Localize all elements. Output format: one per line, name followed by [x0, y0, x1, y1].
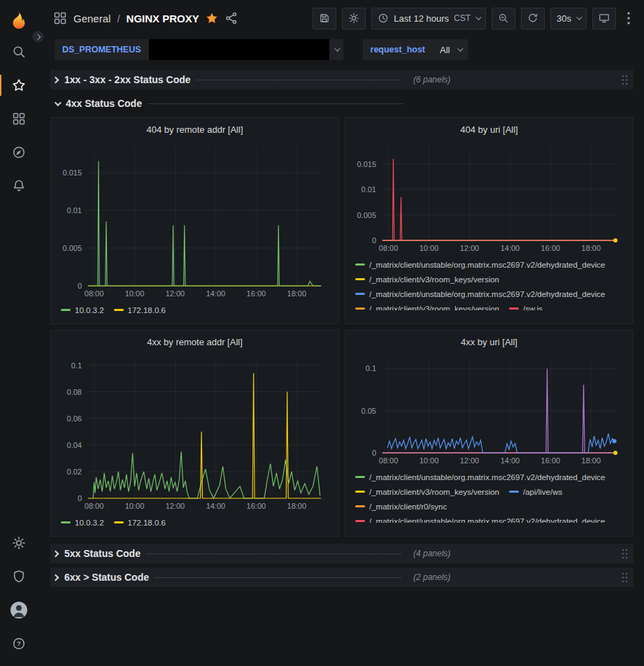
svg-text:14:00: 14:00	[206, 502, 226, 510]
sidebar-item-help[interactable]: ?	[0, 627, 38, 660]
breadcrumb-separator: /	[117, 13, 120, 24]
legend-item[interactable]: /_matrix/client/r0/sync	[355, 500, 447, 512]
time-range-picker[interactable]: Last 12 hours CST	[371, 8, 486, 29]
more-options-button[interactable]	[622, 8, 636, 29]
row-header-5xx[interactable]: 5xx Status Code (4 panels)	[50, 544, 634, 563]
dashboard-content: 1xx - 3xx - 2xx Status Code (6 panels) 4…	[38, 63, 644, 666]
panel-legend: 10.0.3.2172.18.0.6	[57, 304, 333, 316]
svg-text:0: 0	[372, 449, 376, 457]
dashboard-title[interactable]: NGINX PROXY	[127, 13, 199, 24]
row-drag-handle[interactable]	[622, 549, 628, 559]
legend-color-marker	[355, 307, 365, 310]
search-icon	[12, 45, 26, 59]
timeseries-chart-404-by-remote-addr[interactable]: 08:0010:0012:0014:0016:0018:0000.0050.01…	[57, 139, 333, 300]
timeseries-chart-404-by-uri[interactable]: 08:0010:0012:0014:0016:0018:0000.0050.01…	[351, 139, 627, 254]
sidebar-item-starred[interactable]	[0, 68, 38, 102]
svg-text:0.005: 0.005	[62, 244, 82, 252]
row-header-1xx-3xx-2xx[interactable]: 1xx - 3xx - 2xx Status Code (6 panels)	[50, 70, 634, 89]
svg-text:0.01: 0.01	[67, 206, 82, 215]
bell-icon	[12, 179, 26, 193]
legend-item[interactable]: /_matrix/client/v3/room_keys/version	[355, 303, 499, 310]
legend-color-marker	[509, 491, 519, 493]
chevron-down-icon	[334, 45, 340, 51]
dashboards-grid-icon	[12, 112, 26, 126]
variables-bar: DS_PROMETHEUS request_host All	[38, 36, 644, 63]
dashboard-settings-button[interactable]	[342, 8, 366, 29]
panel-title[interactable]: 404 by uri [All]	[351, 122, 627, 139]
legend-color-marker	[355, 263, 365, 266]
panel-title[interactable]: 404 by remote addr [All]	[57, 122, 333, 139]
legend-label: 172.18.0.6	[128, 306, 166, 314]
monitor-icon	[599, 13, 610, 24]
legend-color-marker	[355, 476, 365, 478]
svg-text:10:00: 10:00	[420, 244, 439, 252]
svg-text:0.06: 0.06	[67, 414, 82, 423]
svg-text:0: 0	[78, 494, 82, 502]
favorite-star-icon[interactable]	[206, 12, 218, 24]
zoom-out-time-button[interactable]	[492, 8, 515, 29]
time-range-label: Last 12 hours	[394, 13, 449, 24]
legend-item[interactable]: /api/live/ws	[509, 486, 562, 498]
kiosk-mode-button[interactable]	[592, 8, 616, 29]
panel-title[interactable]: 4xx by remote addr [All]	[57, 335, 333, 352]
timeseries-chart-4xx-by-uri[interactable]: 08:0010:0012:0014:0016:0018:0000.050.1	[351, 352, 627, 467]
datasource-select[interactable]	[149, 39, 343, 60]
grafana-logo-icon[interactable]	[6, 7, 32, 35]
request-host-select[interactable]: All	[433, 39, 468, 60]
legend-item[interactable]: 10.0.3.2	[61, 516, 104, 528]
svg-text:16:00: 16:00	[247, 289, 266, 298]
svg-text:12:00: 12:00	[460, 456, 480, 465]
sidebar-item-explore[interactable]	[0, 136, 38, 169]
breadcrumb-folder[interactable]: General	[73, 13, 110, 24]
refresh-button[interactable]	[521, 8, 545, 29]
legend-item[interactable]: /sw.js	[509, 303, 543, 310]
chevron-down-icon	[475, 14, 481, 20]
legend-color-marker	[114, 521, 124, 523]
svg-text:08:00: 08:00	[85, 502, 104, 510]
svg-text:14:00: 14:00	[206, 289, 226, 298]
variable-datasource: DS_PROMETHEUS	[55, 39, 343, 60]
legend-item[interactable]: /_matrix/client/unstable/org.matrix.msc2…	[355, 515, 606, 523]
sidebar-item-configuration[interactable]	[0, 526, 38, 560]
legend-item[interactable]: 172.18.0.6	[114, 516, 166, 528]
svg-text:18:00: 18:00	[582, 244, 601, 252]
sidebar-item-profile[interactable]	[0, 593, 38, 627]
sidebar-item-dashboards[interactable]	[0, 102, 38, 136]
chevron-down-icon	[576, 14, 582, 20]
save-dashboard-button[interactable]	[313, 8, 336, 29]
legend-item[interactable]: /_matrix/client/unstable/org.matrix.msc2…	[355, 471, 606, 483]
legend-item[interactable]: /_matrix/client/v3/room_keys/version	[355, 273, 499, 285]
clock-icon	[378, 13, 389, 24]
svg-text:0.015: 0.015	[62, 168, 82, 177]
row-drag-handle[interactable]	[622, 75, 628, 85]
legend-item[interactable]: /_matrix/client/unstable/org.matrix.msc2…	[355, 288, 606, 300]
legend-item[interactable]: 172.18.0.6	[114, 304, 166, 316]
panel-count: (6 panels)	[413, 75, 450, 85]
sidebar-item-server-admin[interactable]	[0, 560, 38, 593]
svg-text:18:00: 18:00	[582, 456, 601, 465]
svg-text:0: 0	[372, 236, 376, 245]
legend-item[interactable]: /_matrix/client/v3/room_keys/version	[355, 486, 499, 498]
row-drag-handle[interactable]	[622, 572, 628, 583]
gear-icon	[348, 13, 359, 24]
refresh-interval-picker[interactable]: 30s	[550, 8, 587, 29]
variable-label-ds-prometheus: DS_PROMETHEUS	[55, 39, 149, 60]
dotted-leader	[146, 553, 401, 554]
svg-text:14:00: 14:00	[501, 456, 520, 465]
timeseries-chart-4xx-by-remote-addr[interactable]: 08:0010:0012:0014:0016:0018:0000.020.040…	[57, 352, 333, 512]
chevron-right-icon	[52, 550, 59, 557]
svg-text:0.02: 0.02	[67, 468, 82, 476]
sidebar-expand-toggle[interactable]	[31, 30, 45, 43]
share-icon[interactable]	[224, 11, 238, 25]
legend-item[interactable]: 10.0.3.2	[61, 304, 104, 316]
svg-text:12:00: 12:00	[166, 502, 185, 510]
refresh-icon	[527, 13, 538, 24]
svg-text:14:00: 14:00	[501, 244, 520, 252]
row-header-6xx[interactable]: 6xx > Status Code (2 panels)	[50, 567, 634, 587]
panel-title[interactable]: 4xx by uri [All]	[351, 335, 627, 352]
svg-text:18:00: 18:00	[287, 289, 307, 298]
row-header-4xx[interactable]: 4xx Status Code	[50, 94, 634, 113]
legend-item[interactable]: /_matrix/client/unstable/org.matrix.msc2…	[355, 259, 606, 270]
sidebar-item-alerting[interactable]	[0, 169, 38, 203]
dotted-leader	[148, 103, 403, 104]
